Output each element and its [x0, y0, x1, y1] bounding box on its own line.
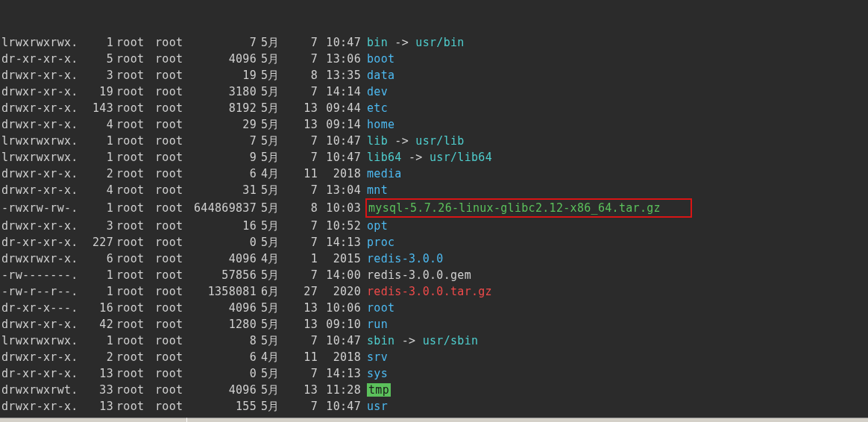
highlighted-file-name: mysql-5.7.26-linux-glibc2.12-x86_64.tar.…	[368, 201, 661, 215]
listing-row: lrwxrwxrwx.1rootroot75月710:47lib -> usr/…	[0, 133, 868, 149]
owner: root	[113, 218, 152, 234]
size: 3180	[185, 84, 257, 100]
month: 4月	[257, 349, 291, 365]
group: root	[152, 84, 185, 100]
listing-row: drwxr-xr-x.42rootroot12805月1309:10run	[0, 316, 868, 333]
listing-row: lrwxrwxrwx.1rootroot85月710:47sbin -> usr…	[0, 333, 868, 349]
listing-row: drwxr-xr-x.3rootroot195月813:35data	[0, 67, 868, 84]
time: 11:28	[318, 382, 361, 398]
time: 10:47	[318, 398, 361, 415]
sticky-dir-name: tmp	[367, 383, 391, 397]
size: 4096	[185, 382, 257, 398]
footer-segment	[262, 418, 868, 422]
links: 3	[81, 218, 113, 234]
day: 11	[291, 349, 318, 365]
links: 16	[81, 300, 113, 316]
symlink-arrow: ->	[394, 334, 422, 347]
file-name-cell: sys	[361, 365, 388, 382]
owner: root	[113, 382, 152, 398]
month: 5月	[257, 333, 291, 349]
time: 10:52	[318, 218, 361, 234]
highlighted-annotation-box: mysql-5.7.26-linux-glibc2.12-x86_64.tar.…	[365, 198, 692, 218]
owner: root	[113, 100, 152, 116]
listing-row: dr-xr-xr-x.227rootroot05月714:13proc	[0, 234, 868, 251]
size: 31	[185, 182, 257, 198]
time: 10:47	[318, 333, 361, 349]
group: root	[152, 365, 185, 382]
dir-name: boot	[367, 52, 394, 66]
group: root	[152, 133, 185, 149]
size: 6	[185, 349, 257, 365]
file-name-cell: redis-3.0.0.gem	[361, 267, 471, 283]
listing-row: drwxrwxr-x.6rootroot40964月12015redis-3.0…	[0, 251, 868, 267]
month: 6月	[257, 283, 291, 300]
links: 19	[81, 84, 113, 100]
file-name-cell: mnt	[361, 182, 388, 198]
listing-row: lrwxrwxrwx.1rootroot75月710:47bin -> usr/…	[0, 34, 868, 51]
listing-row: drwxr-xr-x.19rootroot31805月714:14dev	[0, 84, 868, 100]
file-name-cell: dev	[361, 84, 388, 100]
month: 5月	[257, 382, 291, 398]
listing-row: drwxr-xr-x.3rootroot165月710:52opt	[0, 218, 868, 234]
month: 5月	[257, 100, 291, 116]
terminal-output[interactable]: lrwxrwxrwx.1rootroot75月710:47bin -> usr/…	[0, 0, 868, 422]
owner: root	[113, 398, 152, 415]
size: 7	[185, 34, 257, 51]
day: 11	[291, 166, 318, 182]
file-name-cell: opt	[361, 218, 388, 234]
group: root	[152, 398, 185, 415]
time: 14:13	[318, 234, 361, 251]
owner: root	[113, 84, 152, 100]
month: 5月	[257, 398, 291, 415]
owner: root	[113, 251, 152, 267]
perms: lrwxrwxrwx.	[1, 333, 81, 349]
footer-segment	[186, 418, 262, 422]
size: 6	[185, 166, 257, 182]
day: 7	[291, 133, 318, 149]
dir-name: run	[367, 318, 388, 331]
file-name-cell: redis-3.0.0.tar.gz	[361, 283, 492, 300]
group: root	[152, 182, 185, 198]
owner: root	[113, 349, 152, 365]
size: 8192	[185, 100, 257, 116]
time: 2015	[318, 251, 361, 267]
size: 7	[185, 133, 257, 149]
file-name-cell: lib64 -> usr/lib64	[361, 149, 492, 166]
listing-row: lrwxrwxrwx.1rootroot95月710:47lib64 -> us…	[0, 149, 868, 166]
perms: -rwxrw-rw-.	[1, 200, 81, 216]
links: 33	[81, 382, 113, 398]
perms: -rw-------.	[1, 267, 81, 283]
time: 13:35	[318, 67, 361, 84]
day: 13	[291, 382, 318, 398]
perms: drwxr-xr-x.	[1, 349, 81, 365]
listing-row: -rw-r--r--.1rootroot13580816月272020redis…	[0, 283, 868, 300]
file-name-cell: usr	[361, 398, 388, 415]
month: 4月	[257, 166, 291, 182]
month: 5月	[257, 316, 291, 333]
size: 4096	[185, 251, 257, 267]
listing-row: dr-xr-xr-x.5rootroot40965月713:06boot	[0, 51, 868, 67]
time: 10:47	[318, 34, 361, 51]
time: 10:47	[318, 133, 361, 149]
day: 13	[291, 316, 318, 333]
day: 7	[291, 333, 318, 349]
file-name-cell: tmp	[361, 382, 391, 398]
day: 7	[291, 84, 318, 100]
dir-name: etc	[367, 101, 388, 115]
perms: lrwxrwxrwx.	[1, 34, 81, 51]
file-name-cell: etc	[361, 100, 388, 116]
links: 2	[81, 166, 113, 182]
owner: root	[113, 365, 152, 382]
listing-row: -rw-------.1rootroot578565月714:00redis-3…	[0, 267, 868, 283]
dir-name: proc	[367, 236, 394, 249]
footer-segment	[0, 418, 186, 422]
file-name: redis-3.0.0.gem	[367, 268, 471, 282]
group: root	[152, 316, 185, 333]
day: 8	[291, 67, 318, 84]
links: 6	[81, 251, 113, 267]
links: 3	[81, 67, 113, 84]
dir-name: dev	[367, 85, 388, 98]
owner: root	[113, 300, 152, 316]
day: 7	[291, 182, 318, 198]
group: root	[152, 166, 185, 182]
